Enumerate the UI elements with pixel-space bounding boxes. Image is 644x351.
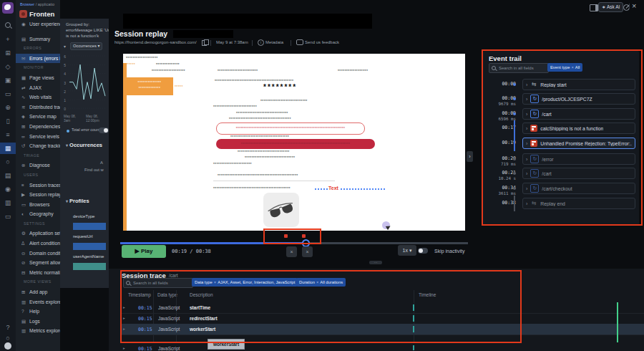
occurrences-chart[interactable]: 6543210: [60, 53, 109, 115]
profile-field-bar[interactable]: [73, 223, 106, 230]
row-expander-icon[interactable]: ▸: [123, 305, 125, 309]
occurrences-heading[interactable]: ▾ Occurrences: [66, 142, 102, 148]
expand-chevron-icon[interactable]: ›: [526, 157, 527, 162]
event-row[interactable]: ›↻/cart: [522, 108, 635, 120]
event-row[interactable]: ›⇆Replay start: [522, 79, 635, 90]
row-expander-icon[interactable]: ▸: [123, 327, 125, 331]
event-type-chip[interactable]: Event type×All: [547, 63, 582, 72]
target-icon[interactable]: ⊕: [0, 102, 16, 113]
masked-button-pill[interactable]: ****************************************…: [216, 139, 375, 149]
chart-icon[interactable]: ▥: [0, 197, 16, 208]
sidebar-item-application-sett[interactable]: ⚙Application sett: [16, 229, 60, 239]
error-marker[interactable]: [302, 234, 306, 238]
metadata-link[interactable]: Metadata: [265, 40, 283, 44]
list-icon[interactable]: ≡: [0, 129, 16, 140]
column-header-description[interactable]: Description: [190, 292, 213, 297]
column-header-timeline[interactable]: Timeline: [419, 292, 436, 297]
sidebar-item-ajax[interactable]: ⇄AJAX: [16, 83, 60, 93]
sidebar-item-errors-errors-in[interactable]: ✉Errors (errors in: [16, 54, 60, 64]
resize-handle[interactable]: ···: [369, 261, 382, 264]
sidebar-item-geography[interactable]: ◐Geography: [16, 209, 60, 219]
sidebar-item-help[interactable]: ?Help: [16, 307, 60, 317]
trace-search-input[interactable]: [132, 280, 190, 286]
data-type-chip[interactable]: Data type×AJAX, Asset, Error, Interactio…: [192, 278, 298, 287]
speed-dropdown[interactable]: 1x ▾: [398, 245, 416, 256]
feedback-link[interactable]: Send us feedback: [305, 40, 339, 44]
sidebar-item-web-vitals[interactable]: ∿Web vitals: [16, 92, 60, 102]
dashboard-icon[interactable]: ▣: [0, 74, 16, 86]
profile-field-bar[interactable]: [73, 263, 106, 270]
sidebar-item-domain-conditio[interactable]: ⊙Domain conditio: [16, 249, 60, 259]
copy-icon[interactable]: [202, 40, 207, 46]
event-row[interactable]: ›↻/cart/checkout: [522, 183, 635, 194]
avatar[interactable]: [4, 342, 11, 350]
datadog-logo[interactable]: [2, 2, 14, 14]
event-row[interactable]: ›calcShipping is not a function: [522, 122, 635, 134]
replay-viewport[interactable]: ****************************************…: [123, 54, 465, 231]
profile-field-bar[interactable]: [73, 243, 106, 250]
event-row[interactable]: ›↻/error: [522, 153, 635, 165]
sidebar-item-page-views[interactable]: ▦Page views: [16, 73, 60, 83]
row-expander-icon[interactable]: ▸: [123, 316, 125, 320]
sidebar-item-session-replay[interactable]: ▶Session replay: [16, 190, 60, 200]
sidebar-item-add-app[interactable]: ⊞Add app: [16, 287, 60, 297]
expand-chevron-icon[interactable]: ›: [526, 186, 527, 191]
progress-track[interactable]: [120, 242, 468, 244]
trace-search[interactable]: [123, 278, 193, 288]
sidebar-item-service-levels[interactable]: ∞Service levels: [16, 132, 60, 142]
sidebar-item-dependencies[interactable]: ⊞Dependencies: [16, 122, 60, 132]
column-header-data-type[interactable]: Data type: [157, 292, 177, 297]
trace-row[interactable]: ▸00:15JavaScriptstartTime: [120, 302, 644, 314]
breadcrumb[interactable]: Browser / applicatio: [20, 2, 54, 6]
expand-chevron-icon[interactable]: ›: [526, 201, 527, 206]
expand-chevron-icon[interactable]: ›: [526, 82, 527, 87]
error-marker[interactable]: [284, 234, 288, 238]
side-panel-icon[interactable]: [590, 4, 598, 11]
breadcrumb-link[interactable]: Browser: [20, 2, 34, 6]
search-icon[interactable]: [0, 20, 16, 32]
sidebar-item-user-experience[interactable]: ◉User experience: [16, 19, 60, 29]
monitor-icon[interactable]: ▦: [0, 143, 16, 154]
collapse-chevron-icon[interactable]: ▾: [64, 44, 66, 49]
event-row[interactable]: ›↻/product/OLJCESPC7Z: [522, 93, 635, 105]
sidebar-item-change-tracking[interactable]: ↺Change tracking: [16, 141, 60, 151]
expand-chevron-icon[interactable]: ›: [526, 126, 527, 131]
prev-error-button[interactable]: ×: [286, 246, 297, 257]
play-button[interactable]: ▶ Play: [122, 245, 166, 258]
event-row[interactable]: ›↻/cart: [522, 168, 635, 179]
sidebar-item-service-map[interactable]: ◈Service map: [16, 112, 60, 122]
notebook-icon[interactable]: ▤: [0, 170, 16, 181]
sidebar-item-metric-normaliz[interactable]: ⊟Metric normaliz: [16, 268, 60, 278]
skip-inactivity-toggle[interactable]: [418, 248, 428, 254]
sidebar-item-metrics-explore[interactable]: ▥Metrics explore: [16, 326, 60, 336]
expand-chevron-icon[interactable]: ›: [526, 171, 527, 176]
event-search[interactable]: [489, 63, 549, 73]
hexagon-icon[interactable]: ◇: [0, 61, 16, 72]
product-image[interactable]: [263, 193, 299, 227]
row-expander-icon[interactable]: ▸: [123, 346, 125, 350]
duration-chip[interactable]: Duration×All durations: [296, 278, 346, 287]
next-error-button[interactable]: ×: [302, 246, 313, 257]
sidebar-item-segment-allow-l[interactable]: ⊘Segment allow l: [16, 258, 60, 268]
document-icon[interactable]: ▯: [0, 115, 16, 127]
event-search-input[interactable]: [497, 65, 546, 71]
expand-chevron-icon[interactable]: ›: [526, 141, 527, 146]
event-row[interactable]: ›⇆Replay end: [522, 198, 635, 209]
trace-row[interactable]: ▸00:15JavaScriptworkerStart: [120, 324, 644, 335]
metric-dropdown[interactable]: Occurrences ▾: [70, 42, 102, 50]
card-icon[interactable]: ▭: [0, 88, 16, 100]
sidebar-item-distributed-traci[interactable]: ≋Distributed traci: [16, 102, 60, 112]
event-row[interactable]: ›Unhandled Promise Rejection: TypeError:…: [522, 138, 635, 149]
event-trail-collapse-handle[interactable]: ›: [467, 151, 473, 162]
device-icon[interactable]: ▭: [0, 211, 16, 222]
expand-chevron-icon[interactable]: ›: [526, 97, 527, 102]
profiles-heading[interactable]: ▾ Profiles: [66, 198, 89, 204]
help-icon[interactable]: ?: [0, 322, 16, 333]
ask-ai-button[interactable]: ∗ Ask AI: [598, 2, 623, 12]
add-icon[interactable]: +: [0, 34, 16, 45]
close-button[interactable]: ×: [632, 1, 636, 10]
session-url[interactable]: https://frontend.demogorgon-sandbox.com/: [114, 40, 197, 44]
sidebar-item-summary[interactable]: ▤Summary: [16, 34, 60, 44]
user-icon[interactable]: ○: [0, 156, 16, 168]
apps-grid-icon[interactable]: ⊞: [0, 47, 16, 59]
